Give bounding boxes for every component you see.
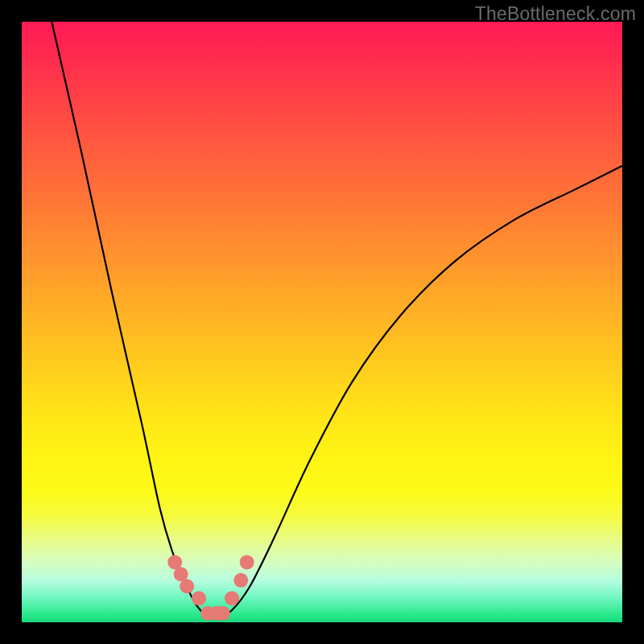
marker-dot xyxy=(233,573,248,588)
marker-dot xyxy=(192,591,206,605)
watermark-text: TheBottleneck.com xyxy=(475,3,636,25)
marker-dot xyxy=(225,591,239,605)
marker-dot xyxy=(167,555,182,569)
curve-svg xyxy=(22,22,622,622)
chart-frame xyxy=(22,22,622,622)
marker-dot xyxy=(174,567,188,581)
dip-markers xyxy=(167,555,254,620)
marker-dot xyxy=(180,579,194,593)
marker-dot xyxy=(200,606,215,621)
bottleneck-curve xyxy=(52,22,622,617)
marker-dot xyxy=(240,555,254,569)
marker-dot xyxy=(209,606,224,621)
marker-dot xyxy=(216,606,230,621)
